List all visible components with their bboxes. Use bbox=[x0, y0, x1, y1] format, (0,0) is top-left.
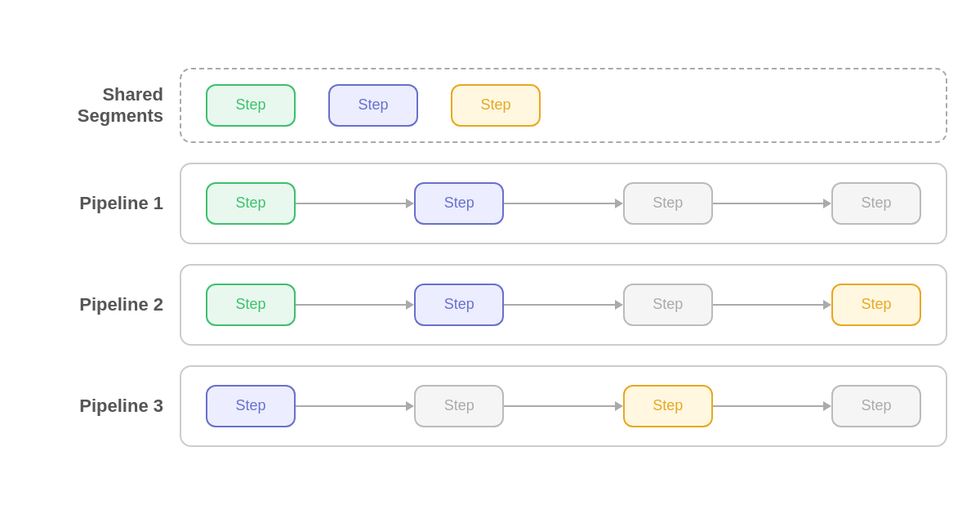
shared-step-3: Step bbox=[451, 84, 541, 127]
arrow-line bbox=[713, 405, 823, 407]
arrow-line bbox=[296, 304, 406, 306]
pipeline-2-label: Pipeline 2 bbox=[33, 294, 163, 315]
shared-segments-box: Step Step Step bbox=[180, 68, 947, 143]
p1-arrow-3 bbox=[713, 199, 831, 208]
p1-arrow-2 bbox=[504, 199, 622, 208]
shared-steps-container: Step Step Step bbox=[206, 84, 541, 127]
shared-step-2: Step bbox=[328, 84, 418, 127]
arrow-head bbox=[823, 199, 831, 208]
arrow-head bbox=[406, 300, 414, 310]
pipeline-3-label: Pipeline 3 bbox=[33, 396, 163, 417]
shared-segments-row: Shared Segments Step Step Step bbox=[33, 68, 947, 143]
arrow-line bbox=[504, 304, 614, 306]
pipeline-2-row: Pipeline 2 Step Step Step bbox=[33, 264, 947, 346]
pipeline-1-box: Step Step Step Step bbox=[180, 163, 947, 244]
arrow-line bbox=[296, 405, 406, 407]
arrow-head bbox=[615, 199, 623, 208]
p1-arrow-1 bbox=[296, 199, 414, 208]
p3-arrow-3 bbox=[713, 401, 831, 411]
arrow-line bbox=[296, 203, 406, 204]
p1-step-3: Step bbox=[623, 182, 713, 225]
p2-step-3: Step bbox=[623, 284, 713, 326]
shared-segments-label: Shared Segments bbox=[33, 84, 163, 127]
arrow-head bbox=[823, 401, 831, 411]
arrow-line bbox=[504, 203, 614, 204]
p2-step-4: Step bbox=[831, 284, 921, 326]
p1-step-2: Step bbox=[414, 182, 504, 225]
arrow-head bbox=[406, 401, 414, 411]
arrow-head bbox=[406, 199, 414, 208]
arrow-line bbox=[713, 203, 823, 204]
p3-step-4: Step bbox=[831, 385, 921, 427]
arrow-line bbox=[713, 304, 823, 306]
p2-arrow-1 bbox=[296, 300, 414, 310]
pipeline-1-label: Pipeline 1 bbox=[33, 193, 163, 214]
p3-arrow-1 bbox=[296, 401, 414, 411]
p1-step-4: Step bbox=[831, 182, 921, 225]
arrow-head bbox=[823, 300, 831, 310]
p2-arrow-2 bbox=[504, 300, 622, 310]
p1-step-1: Step bbox=[206, 182, 296, 225]
arrow-head bbox=[615, 401, 623, 411]
pipeline-3-row: Pipeline 3 Step Step Step bbox=[33, 365, 947, 447]
arrow-head bbox=[615, 300, 623, 310]
pipeline-1-row: Pipeline 1 Step Step Step bbox=[33, 163, 947, 244]
p3-step-1: Step bbox=[206, 385, 296, 427]
p2-step-1: Step bbox=[206, 284, 296, 326]
diagram: Shared Segments Step Step Step Pipeline … bbox=[33, 68, 947, 447]
pipeline-3-box: Step Step Step Step bbox=[180, 365, 947, 447]
shared-step-1: Step bbox=[206, 84, 296, 127]
p3-arrow-2 bbox=[504, 401, 622, 411]
p2-arrow-3 bbox=[713, 300, 831, 310]
pipeline-2-box: Step Step Step Step bbox=[180, 264, 947, 346]
p3-step-3: Step bbox=[623, 385, 713, 427]
p3-step-2: Step bbox=[414, 385, 504, 427]
arrow-line bbox=[504, 405, 614, 407]
p2-step-2: Step bbox=[414, 284, 504, 326]
